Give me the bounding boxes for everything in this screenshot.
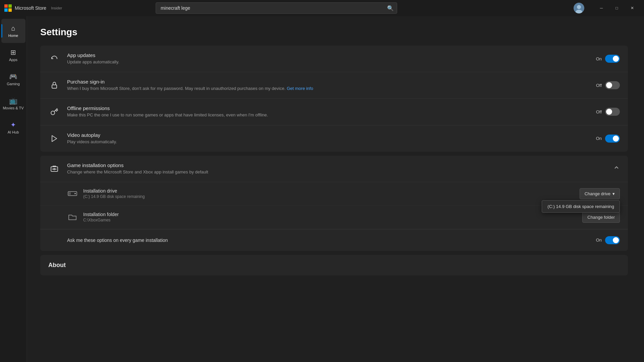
app-updates-desc: Update apps automatically. (67, 59, 589, 65)
svg-rect-0 (4, 4, 8, 8)
installation-folder-title: Installation folder (83, 212, 577, 217)
video-autoplay-toggle[interactable] (605, 135, 620, 143)
offline-permissions-toggle-track (605, 108, 620, 116)
offline-permissions-control: Off (596, 108, 620, 116)
installation-drive-desc: (C:) 14.9 GB disk space remaining (83, 194, 574, 199)
microsoft-logo-icon (4, 4, 12, 12)
titlebar-actions: ─ □ ✕ (574, 3, 640, 13)
close-button[interactable]: ✕ (625, 3, 640, 13)
search-bar: 🔍 (156, 2, 397, 14)
ask-me-toggle-track (605, 236, 620, 244)
offline-permissions-text: Offline permissions Make this PC the one… (67, 105, 589, 118)
video-autoplay-toggle-thumb (613, 136, 619, 142)
purchase-signin-link[interactable]: Get more info (287, 86, 313, 91)
video-autoplay-toggle-label: On (596, 136, 602, 141)
svg-rect-12 (69, 192, 71, 195)
sidebar-label-apps: Apps (9, 58, 17, 62)
user-avatar[interactable] (574, 3, 584, 13)
svg-rect-1 (8, 4, 12, 8)
change-folder-button[interactable]: Change folder (582, 212, 620, 223)
installation-folder-row: Installation folder C:\XboxGames Change … (40, 206, 628, 229)
video-autoplay-control: On (596, 135, 620, 143)
settings-content: Settings App updates Update apps automat… (27, 16, 644, 362)
purchase-signin-text: Purchase sign-in When I buy from Microso… (67, 79, 589, 92)
search-input[interactable] (156, 2, 397, 14)
sidebar-item-apps[interactable]: ⊞ Apps (1, 43, 25, 67)
sidebar-item-movies[interactable]: 📺 Movies & TV (1, 91, 25, 115)
offline-permissions-desc: Make this PC the one I use to run some g… (67, 112, 589, 118)
app-updates-toggle-label: On (596, 56, 602, 61)
purchase-signin-toggle-thumb (606, 82, 612, 88)
offline-permissions-title: Offline permissions (67, 105, 589, 111)
sidebar-label-gaming: Gaming (7, 82, 20, 86)
installation-folder-icon (67, 212, 78, 222)
video-autoplay-desc: Play videos automatically. (67, 139, 589, 145)
app-updates-control: On (596, 55, 620, 63)
search-icon: 🔍 (387, 5, 394, 11)
installation-drive-title: Installation drive (83, 188, 574, 194)
app-logo: Microsoft Store Insider (4, 4, 62, 12)
video-autoplay-toggle-track (605, 135, 620, 143)
sidebar-item-aihub[interactable]: ✦ AI Hub (1, 115, 25, 140)
installation-folder-text: Installation folder C:\XboxGames (83, 212, 577, 222)
app-updates-toggle[interactable] (605, 55, 620, 63)
sidebar-item-home[interactable]: ⌂ Home (1, 19, 25, 43)
purchase-signin-toggle[interactable] (605, 81, 620, 89)
purchase-signin-toggle-label: Off (596, 83, 602, 88)
svg-point-13 (74, 193, 76, 194)
video-autoplay-title: Video autoplay (67, 132, 589, 138)
page-title: Settings (40, 27, 628, 38)
app-updates-icon (48, 53, 60, 65)
minimize-button[interactable]: ─ (594, 3, 609, 13)
svg-rect-7 (52, 85, 57, 88)
ask-me-text: Ask me these options on every game insta… (67, 238, 596, 243)
game-installation-title: Game installation options (67, 162, 606, 168)
game-installation-desc: Change where the Microsoft Store and Xbo… (67, 169, 606, 175)
window-controls: ─ □ ✕ (594, 3, 640, 13)
sidebar: ⌂ Home ⊞ Apps 🎮 Gaming 📺 Movies & TV ✦ A… (0, 16, 27, 362)
installation-drive-row: Installation drive (C:) 14.9 GB disk spa… (40, 182, 628, 206)
svg-rect-3 (8, 8, 12, 12)
home-icon: ⌂ (11, 24, 15, 32)
app-title: Microsoft Store (15, 5, 46, 11)
sidebar-item-gaming[interactable]: 🎮 Gaming (1, 67, 25, 91)
offline-permissions-toggle[interactable] (605, 108, 620, 116)
ask-me-toggle[interactable] (605, 236, 620, 244)
svg-point-5 (577, 5, 581, 9)
installation-drive-text: Installation drive (C:) 14.9 GB disk spa… (83, 188, 574, 199)
video-autoplay-icon (48, 133, 60, 145)
app-updates-title: App updates (67, 52, 589, 58)
game-installation-icon (48, 163, 60, 175)
sidebar-label-home: Home (8, 34, 18, 38)
ask-me-row: Ask me these options on every game insta… (40, 229, 628, 251)
purchase-signin-icon (48, 79, 60, 91)
app-updates-text: App updates Update apps automatically. (67, 52, 589, 65)
change-drive-chevron-icon: ▾ (612, 191, 615, 196)
change-drive-label: Change drive (585, 191, 610, 196)
setting-row-purchase-signin: Purchase sign-in When I buy from Microso… (40, 72, 628, 99)
change-drive-dropdown: (C:) 14.9 GB disk space remaining (542, 200, 620, 213)
settings-section-main: App updates Update apps automatically. O… (40, 46, 628, 152)
game-installation-header[interactable]: Game installation options Change where t… (40, 156, 628, 182)
titlebar: Microsoft Store Insider 🔍 ─ □ ✕ (0, 0, 644, 16)
about-title: About (48, 262, 620, 269)
game-installation-body: Installation drive (C:) 14.9 GB disk spa… (40, 182, 628, 251)
sidebar-label-movies: Movies & TV (3, 106, 23, 110)
collapse-icon[interactable] (613, 164, 620, 173)
installation-drive-icon (67, 188, 78, 199)
avatar-image (574, 3, 584, 13)
search-button[interactable]: 🔍 (387, 5, 394, 11)
installation-folder-desc: C:\XboxGames (83, 218, 577, 222)
video-autoplay-text: Video autoplay Play videos automatically… (67, 132, 589, 145)
ask-me-toggle-thumb (613, 237, 619, 243)
insider-badge: Insider (51, 6, 62, 10)
change-drive-button[interactable]: Change drive ▾ (580, 188, 620, 199)
app-body: ⌂ Home ⊞ Apps 🎮 Gaming 📺 Movies & TV ✦ A… (0, 16, 644, 362)
game-installation-section: Game installation options Change where t… (40, 156, 628, 251)
maximize-button[interactable]: □ (609, 3, 625, 13)
purchase-signin-title: Purchase sign-in (67, 79, 589, 85)
ask-me-toggle-label: On (596, 238, 602, 243)
app-updates-toggle-track (605, 55, 620, 63)
purchase-signin-desc: When I buy from Microsoft Store, don't a… (67, 86, 589, 92)
apps-icon: ⊞ (10, 48, 16, 56)
